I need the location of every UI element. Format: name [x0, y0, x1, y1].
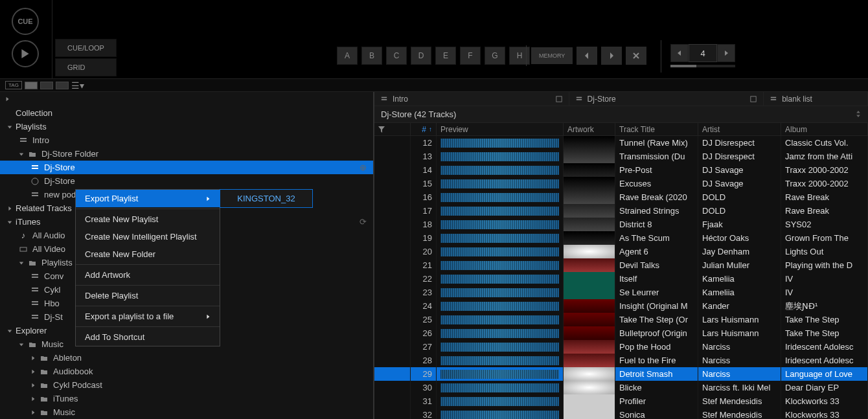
tree-item-intro[interactable]: Intro	[0, 133, 373, 147]
cell-preview[interactable]	[437, 408, 564, 419]
memory-delete-button[interactable]	[626, 47, 646, 65]
content-tab-blank[interactable]: blank list	[764, 92, 868, 106]
cell-preview[interactable]	[437, 354, 564, 367]
cell-preview[interactable]	[437, 340, 564, 354]
table-row[interactable]: 22ItselfKameliiaIV	[374, 272, 868, 286]
table-row[interactable]: 18District 8FjaakSYS02	[374, 218, 868, 231]
cell-preview[interactable]	[437, 313, 564, 326]
memory-prev-button[interactable]	[577, 47, 597, 65]
table-row[interactable]: 25Take The Step (OrLars HuismannTake The…	[374, 313, 868, 326]
cell-preview[interactable]	[437, 381, 564, 394]
submenu-target[interactable]: KINGSTON_32	[220, 190, 312, 207]
table-row[interactable]: 19As The ScumHéctor OaksGrown From The	[374, 231, 868, 245]
sort-stepper[interactable]	[855, 109, 862, 119]
hotcue-c[interactable]: C	[386, 47, 407, 65]
table-row[interactable]: 17Strained StringsDOLDRave Break	[374, 204, 868, 218]
tree-item-audiobook[interactable]: Audiobook	[0, 365, 373, 378]
cell-preview[interactable]	[437, 299, 564, 313]
cell-preview[interactable]	[437, 286, 564, 299]
table-row[interactable]: 12Tunnel (Rave Mix)DJ DisrespectClassic …	[374, 136, 868, 150]
cell-preview[interactable]	[437, 218, 564, 231]
view-toggle-1[interactable]	[25, 82, 38, 89]
panel-icon[interactable]	[750, 96, 757, 102]
table-row[interactable]: 32SonicaStef MendesidisKlockworks 33	[374, 408, 868, 419]
cell-preview[interactable]	[437, 150, 564, 163]
table-row[interactable]: 13Transmission (DuDJ DisrespectJamz from…	[374, 150, 868, 163]
ctx-add-artwork[interactable]: Add Artwork	[76, 266, 220, 284]
hotcue-f[interactable]: F	[460, 47, 481, 65]
pager-prev-button[interactable]	[670, 44, 689, 62]
table-row[interactable]: 14Pre-PostDJ SavageTraxx 2000-2002	[374, 163, 868, 177]
cue-button[interactable]: CUE	[12, 8, 39, 35]
table-row[interactable]: 29Detroit SmashNarcissLanguage of Love	[374, 367, 868, 381]
cell-preview[interactable]	[437, 272, 564, 286]
hotcue-h[interactable]: H	[509, 47, 530, 65]
table-row[interactable]: 16Rave Break (2020DOLDRave Break	[374, 190, 868, 204]
ctx-create-folder[interactable]: Create New Folder	[76, 245, 220, 263]
hotcue-b[interactable]: B	[361, 47, 382, 65]
ctx-create-playlist[interactable]: Create New Playlist	[76, 210, 220, 228]
cell-preview[interactable]	[437, 190, 564, 204]
content-tab-djstore[interactable]: Dj-Store	[569, 92, 764, 106]
table-row[interactable]: 27Pop the HoodNarcissIridescent Adolesc	[374, 340, 868, 354]
col-artist[interactable]: Artist	[698, 123, 781, 135]
table-row[interactable]: 20Agent 6Jay DenhamLights Out	[374, 245, 868, 258]
cell-preview[interactable]	[437, 367, 564, 381]
col-number[interactable]: #↑	[411, 123, 437, 135]
pager-progress[interactable]	[670, 65, 735, 67]
cell-preview[interactable]	[437, 394, 564, 408]
list-view-icon[interactable]: ☰▾	[71, 80, 84, 91]
tree-collection[interactable]: Collection	[0, 106, 373, 120]
panel-icon[interactable]	[556, 96, 562, 102]
tree-item-djstore-smart[interactable]: Dj-Store	[0, 174, 373, 188]
col-filter[interactable]	[374, 123, 411, 135]
add-icon[interactable]: ⊕	[360, 163, 367, 172]
col-album[interactable]: Album	[781, 123, 868, 135]
pager-next-button[interactable]	[717, 44, 735, 62]
ctx-delete-playlist[interactable]: Delete Playlist	[76, 287, 220, 304]
ctx-export-file[interactable]: Export a playlist to a file	[76, 308, 220, 325]
refresh-icon[interactable]: ⟳	[360, 217, 367, 227]
table-row[interactable]: 26Bulletproof (OriginLars HuismannTake T…	[374, 326, 868, 340]
cell-preview[interactable]	[437, 231, 564, 245]
table-row[interactable]: 30BlickeNarciss ft. Ikki MelDear Diary E…	[374, 381, 868, 394]
view-toggle-3[interactable]	[56, 82, 69, 89]
cell-preview[interactable]	[437, 204, 564, 218]
ctx-create-intelligent[interactable]: Create New Intelligent Playlist	[76, 228, 220, 245]
table-row[interactable]: 31ProfilerStef MendesidisKlockworks 33	[374, 394, 868, 408]
col-preview[interactable]: Preview	[437, 123, 564, 135]
table-row[interactable]: 23Se LeurrerKameliiaIV	[374, 286, 868, 299]
cell-preview[interactable]	[437, 258, 564, 272]
cell-preview[interactable]	[437, 326, 564, 340]
play-button[interactable]	[12, 40, 39, 67]
tree-playlists[interactable]: Playlists	[0, 120, 373, 133]
table-row[interactable]: 24Insight (Original MKander塵埃ƝƉ¹	[374, 299, 868, 313]
hotcue-d[interactable]: D	[411, 47, 431, 65]
view-toggle-2[interactable]	[40, 82, 53, 89]
tab-cueloop[interactable]: CUE/LOOP	[55, 39, 117, 57]
cell-preview[interactable]	[437, 177, 564, 190]
tree-item-music2[interactable]: Music	[0, 405, 373, 419]
col-title[interactable]: Track Title	[615, 123, 698, 135]
breadcrumb[interactable]	[0, 92, 373, 106]
hotcue-g[interactable]: G	[485, 47, 505, 65]
tab-grid[interactable]: GRID	[55, 58, 117, 76]
cell-preview[interactable]	[437, 136, 564, 150]
cell-preview[interactable]	[437, 163, 564, 177]
content-tab-intro[interactable]: Intro	[374, 92, 569, 106]
hotcue-e[interactable]: E	[435, 47, 456, 65]
tree-item-itunes-folder[interactable]: iTunes	[0, 392, 373, 405]
tree-item-ableton[interactable]: Ableton	[0, 351, 373, 365]
tree-item-djstore-folder[interactable]: Dj-Store Folder	[0, 147, 373, 161]
table-row[interactable]: 15ExcusesDJ SavageTraxx 2000-2002	[374, 177, 868, 190]
cell-preview[interactable]	[437, 245, 564, 258]
ctx-add-shortcut[interactable]: Add To Shortcut	[76, 328, 220, 346]
ctx-export-playlist[interactable]: Export Playlist	[76, 190, 220, 207]
memory-next-button[interactable]	[601, 47, 622, 65]
tree-item-cykl-podcast[interactable]: Cykl Podcast	[0, 378, 373, 392]
tree-item-djstore[interactable]: Dj-Store⊕	[0, 161, 373, 174]
table-row[interactable]: 28Fuel to the FireNarcissIridescent Adol…	[374, 354, 868, 367]
hotcue-a[interactable]: A	[337, 47, 358, 65]
tag-badge[interactable]: TAG	[5, 81, 22, 89]
col-artwork[interactable]: Artwork	[564, 123, 615, 135]
